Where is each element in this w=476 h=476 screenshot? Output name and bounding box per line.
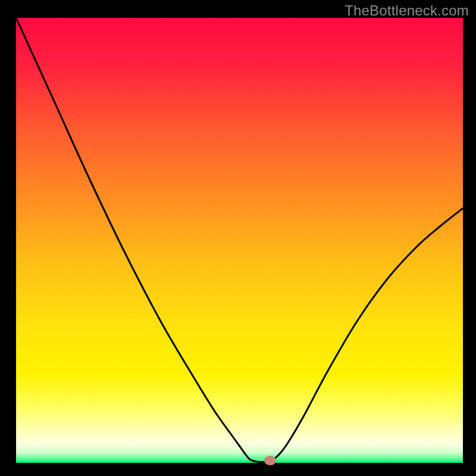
gradient-background [16,18,463,463]
watermark-text: TheBottleneck.com [345,2,469,19]
optimal-marker [264,456,276,465]
chart-container: TheBottleneck.com [0,0,476,476]
chart-svg [0,0,476,476]
